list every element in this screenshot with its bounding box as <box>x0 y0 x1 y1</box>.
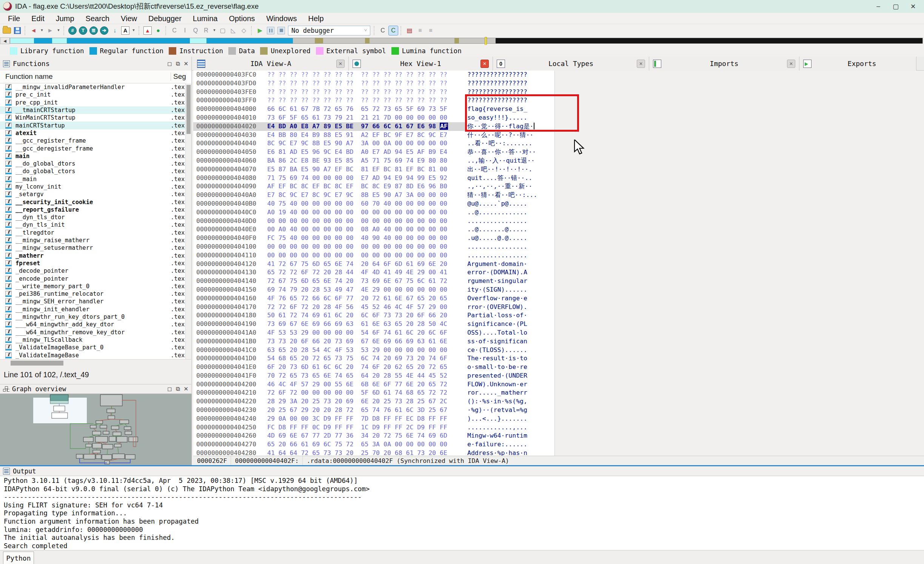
hex-row[interactable]: 000000000040408071 75 69 74 00 00 00 00 … <box>193 174 554 183</box>
hex-row[interactable]: 000000000040420046 4C 4F 57 29 00 55 6E … <box>193 380 554 389</box>
menu-item-debugger[interactable]: Debugger <box>143 13 187 24</box>
tab-close-icon[interactable]: ✕ <box>787 60 795 68</box>
quick-decompile-button[interactable]: C <box>378 26 388 35</box>
function-row[interactable]: f_pei386_runtime_relocator.tex <box>0 290 185 298</box>
menu-item-windows[interactable]: Windows <box>260 13 302 24</box>
hex-row[interactable]: 000000000040419073 69 67 6E 69 66 69 63 … <box>193 320 554 329</box>
address-band[interactable] <box>10 38 923 44</box>
hex-row[interactable]: 00000000004040B040 75 40 00 00 00 00 00 … <box>193 200 554 208</box>
function-row[interactable]: f__do_global_dtors.tex <box>0 160 185 168</box>
create-segment-button[interactable]: ▢ <box>218 26 228 35</box>
hex-row[interactable]: 000000000040412041 72 67 75 6D 65 6E 74 … <box>193 260 554 269</box>
function-row[interactable]: fpre_cpp_init.tex <box>0 99 185 106</box>
function-row[interactable]: f__gcc_deregister_frame.tex <box>0 144 185 152</box>
hex-row[interactable]: 000000000040410000 00 00 00 00 00 00 00 … <box>193 243 554 251</box>
jump-by-xref-button[interactable]: ≣ <box>89 26 99 35</box>
hex-row[interactable]: 000000000040418050 61 72 74 69 61 6C 20 … <box>193 311 554 320</box>
decompile-button[interactable]: C <box>388 26 398 35</box>
hex-row[interactable]: 000000000040423020 25 67 29 20 20 28 72 … <box>193 406 554 415</box>
create-data-button[interactable]: Q <box>191 26 200 35</box>
function-row[interactable]: f__mingw_invalidParameterHandler.tex <box>0 83 185 91</box>
graph-float-icon[interactable]: ⧉ <box>176 386 180 392</box>
hex-row[interactable]: 00000000004040E000 A0 40 00 00 00 00 00 … <box>193 225 554 234</box>
create-function-button[interactable]: C <box>169 26 179 35</box>
function-row[interactable]: f__do_global_ctors.tex <box>0 168 185 175</box>
edit-segment-button[interactable]: ◺ <box>228 26 238 35</box>
jump-by-type-button[interactable]: T <box>78 26 88 35</box>
graph-overview-header[interactable]: Graph overview ◻ ⧉ ✕ <box>0 384 192 394</box>
function-row[interactable]: f__tlregdtor.tex <box>0 229 185 237</box>
function-row[interactable]: fpre_c_init.tex <box>0 91 185 98</box>
hex-row[interactable]: 00000000004041D054 68 65 20 72 65 73 75 … <box>193 354 554 363</box>
menu-item-edit[interactable]: Edit <box>26 13 50 24</box>
hex-row[interactable]: 0000000000404070E5 87 BA E5 90 A7 EF BC … <box>193 165 554 174</box>
debugger-select[interactable]: No debugger˅ <box>288 26 370 35</box>
close-button[interactable]: ✕ <box>904 0 922 13</box>
function-row[interactable]: f_decode_pointer.tex <box>0 267 185 275</box>
trace-window-button[interactable]: ≡ <box>415 26 425 35</box>
hex-view-panel[interactable]: 0000000000403FC0?? ?? ?? ?? ?? ?? ?? ?? … <box>193 71 554 456</box>
hex-row[interactable]: 00000000004041F070 72 65 73 65 6E 74 65 … <box>193 372 554 380</box>
tab-hex-view-1[interactable]: Hex View-1✕ <box>349 57 493 71</box>
function-row[interactable]: f_encode_pointer.tex <box>0 275 185 282</box>
hex-row[interactable]: 000000000040417072 72 6F 72 20 28 4F 56 … <box>193 303 554 312</box>
hex-row[interactable]: 0000000000404060BA 86 2C E8 BE 93 E5 85 … <box>193 157 554 165</box>
tab-imports[interactable]: Imports✕ <box>649 57 799 71</box>
hex-row[interactable]: 0000000000404250FC D8 FF FF 0C D9 FF FF … <box>193 423 554 432</box>
tab-ida-view-a[interactable]: IDA View-A✕ <box>193 57 349 71</box>
breakpoint-list-button[interactable]: ▤ <box>405 26 414 35</box>
function-row[interactable]: fWinMainCRTStartup.tex <box>0 114 185 121</box>
functions-maximize-icon[interactable]: ◻ <box>167 60 172 67</box>
function-row[interactable]: f__gcc_register_frame.tex <box>0 137 185 144</box>
function-row[interactable]: f___w64_mingwthr_add_key_dtor.tex <box>0 321 185 328</box>
function-row[interactable]: fatexit.tex <box>0 129 185 137</box>
hex-row[interactable]: 0000000000404090AF EF BC 8C EF BC 8C EF … <box>193 182 554 191</box>
tab-close-icon[interactable]: ✕ <box>336 60 345 68</box>
hex-row[interactable]: 000000000040422028 29 3A 20 25 73 20 69 … <box>193 397 554 406</box>
hex-row[interactable]: 00000000004040A0E7 8C 9C E7 8C 9C E7 9C … <box>193 191 554 200</box>
functions-horizontal-scrollbar[interactable] <box>0 359 192 367</box>
hex-row[interactable]: 0000000000403FC0?? ?? ?? ?? ?? ?? ?? ?? … <box>193 71 554 79</box>
stack-view-button[interactable]: ▲ <box>143 26 152 35</box>
function-row[interactable]: f__mingwthr_run_key_dtors_part_0.tex <box>0 313 185 321</box>
minimize-button[interactable]: – <box>870 0 887 13</box>
scrollbar-thumb[interactable] <box>186 85 191 134</box>
function-row[interactable]: f__mingw_setusermatherr.tex <box>0 244 185 252</box>
hex-row[interactable]: 000000000040411000 00 00 00 00 00 00 00 … <box>193 251 554 260</box>
debugger-pause-button[interactable] <box>266 26 276 35</box>
function-row[interactable]: f__mingw_init_ehandler.tex <box>0 306 185 313</box>
debugger-stop-button[interactable] <box>276 26 286 35</box>
tab-close-icon[interactable]: ✕ <box>637 60 645 68</box>
menu-item-jump[interactable]: Jump <box>50 13 80 24</box>
function-row[interactable]: f__report_gsfailure.tex <box>0 206 185 214</box>
tab-exports[interactable]: Exports <box>799 57 916 71</box>
hex-row[interactable]: 00000000004041A04F 53 53 29 00 00 00 00 … <box>193 329 554 337</box>
create-instruction-button[interactable]: I <box>180 26 190 35</box>
hex-row[interactable]: 0000000000404030E4 BB 80 E4 B9 88 E5 91 … <box>193 131 554 140</box>
selected-byte[interactable]: AF <box>440 123 448 130</box>
open-file-button[interactable] <box>2 26 12 35</box>
function-row[interactable]: fmainCRTStartup.tex <box>0 121 185 129</box>
function-row[interactable]: f___w64_mingwthr_remove_key_dtor.tex <box>0 329 185 336</box>
jump-down-button[interactable]: ↓ <box>110 26 120 35</box>
function-row[interactable]: f__tmainCRTStartup.tex <box>0 106 185 114</box>
hex-row[interactable]: 0000000000404050E6 81 AD E5 96 9C E4 BD … <box>193 148 554 157</box>
navband-left-arrow-icon[interactable]: ◀ <box>0 37 10 44</box>
hex-row[interactable]: 0000000000403FF0?? ?? ?? ?? ?? ?? ?? ?? … <box>193 96 554 105</box>
menu-item-lumina[interactable]: Lumina <box>187 13 223 24</box>
graph-close-icon[interactable]: ✕ <box>183 386 188 392</box>
function-row[interactable]: fmain.tex <box>0 152 185 160</box>
functions-column-header[interactable]: Function name Seg <box>0 71 185 83</box>
function-row[interactable]: f_matherr.tex <box>0 252 185 260</box>
function-row[interactable]: f_ValidateImageBase.tex <box>0 351 185 359</box>
hex-row[interactable]: 00000000004041B073 73 20 6F 66 20 73 69 … <box>193 337 554 346</box>
menu-item-view[interactable]: View <box>115 13 143 24</box>
function-row[interactable]: f__mingw_raise_matherr.tex <box>0 237 185 244</box>
function-row[interactable]: f__dyn_tls_init.tex <box>0 221 185 229</box>
jump-to-address-button[interactable]: ➔ <box>99 26 109 35</box>
functions-panel-header[interactable]: Functions ◻ ⧉ ✕ <box>0 57 192 71</box>
rename-button[interactable]: A <box>120 26 130 35</box>
hex-row[interactable]: 0000000000403FD0?? ?? ?? ?? ?? ?? ?? ?? … <box>193 79 554 88</box>
hex-row[interactable]: 00000000004040D000 00 00 00 00 00 00 00 … <box>193 217 554 226</box>
hex-row[interactable]: 000000000040400066 6C 61 67 7B 72 65 76 … <box>193 105 554 114</box>
